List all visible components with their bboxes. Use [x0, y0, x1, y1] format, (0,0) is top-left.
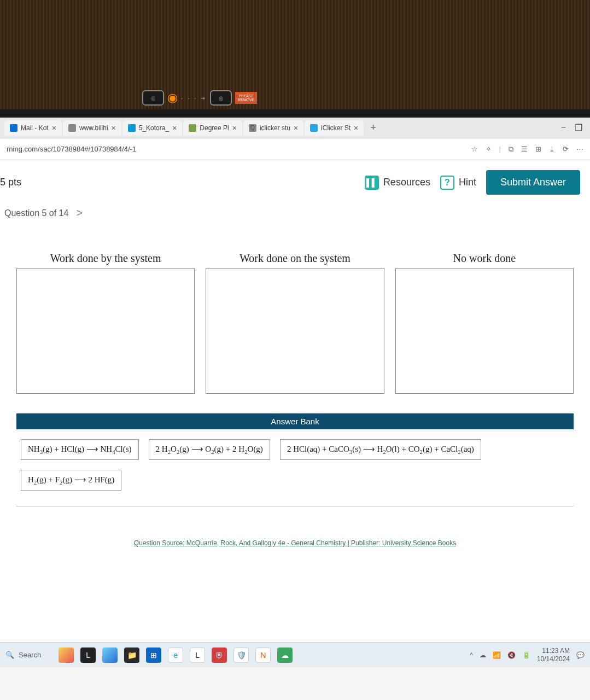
tab-label: iClicker St — [321, 124, 351, 132]
minimize-icon[interactable]: − — [561, 122, 566, 133]
drop-box-no-work[interactable] — [395, 268, 574, 394]
question-number-label: Question 5 of 14 — [4, 208, 68, 218]
windows-taskbar: 🔍 Search L 📁 ⊞ e L ⛨ 🛡️ N ☁ ^ ☁ 📶 🔇 🔋 11… — [0, 642, 590, 667]
drop-box-by-system[interactable] — [16, 268, 195, 394]
drop-title-by-system: Work done by the system — [50, 252, 161, 265]
hint-icon: ? — [440, 176, 454, 190]
browser-tab[interactable]: Q iclicker stu × — [243, 120, 303, 136]
drop-title-on-system: Work done on the system — [239, 252, 351, 265]
taskbar-search[interactable]: 🔍 Search — [5, 651, 41, 659]
drop-box-on-system[interactable] — [206, 268, 384, 394]
chevron-right-icon[interactable]: > — [76, 207, 83, 219]
drop-title-no-work: No work done — [453, 252, 516, 265]
notification-icon[interactable]: 💬 — [576, 651, 585, 659]
file-explorer-icon[interactable]: 📁 — [124, 648, 139, 663]
date-label: 10/14/2024 — [537, 655, 570, 663]
wifi-icon[interactable]: 📶 — [493, 651, 501, 659]
url-text[interactable]: rning.com/sac/10738984#/10738984/4/-1 — [7, 145, 136, 153]
reaction-chip[interactable]: 2 HCl(aq) + CaCO3(s) ⟶ H2O(l) + CO2(g) +… — [280, 439, 481, 460]
close-icon[interactable]: × — [294, 124, 298, 132]
reaction-chip[interactable]: H2(g) + F2(g) ⟶ 2 HF(g) — [21, 470, 121, 491]
close-icon[interactable]: × — [232, 124, 237, 132]
battery-icon[interactable]: 🔋 — [522, 651, 530, 659]
question-source-link[interactable]: Question Source: McQuarrie, Rock, And Ga… — [16, 539, 574, 549]
submit-answer-button[interactable]: Submit Answer — [486, 170, 580, 195]
split-icon[interactable]: ⧉ — [509, 145, 513, 154]
app-icon[interactable]: N — [255, 648, 271, 663]
app-icon[interactable]: L — [190, 648, 205, 663]
tab-label: Degree Pl — [200, 124, 229, 132]
collections-icon[interactable]: ⊞ — [535, 145, 541, 153]
points-label: 5 pts — [0, 177, 21, 188]
resources-icon: ▌▌ — [365, 176, 379, 190]
screen-frame: Mail - Kot × www.billhi × 5_Kotora_ × De… — [0, 109, 590, 667]
browser-tab[interactable]: Mail - Kot × — [4, 120, 62, 136]
browser-tab-strip: Mail - Kot × www.billhi × 5_Kotora_ × De… — [0, 118, 590, 138]
chevron-up-icon[interactable]: ^ — [470, 651, 473, 659]
drop-zones: Work done by the system Work done on the… — [16, 252, 574, 394]
search-icon: 🔍 — [5, 651, 14, 659]
time-label: 11:23 AM — [537, 647, 570, 655]
restore-icon[interactable]: ❐ — [575, 122, 582, 133]
clock[interactable]: 11:23 AM 10/14/2024 — [537, 647, 570, 663]
browser-tab[interactable]: www.billhi × — [63, 120, 121, 136]
app-icon[interactable]: ☁ — [277, 648, 293, 663]
volume-icon[interactable]: 🔇 — [507, 651, 516, 659]
edge-icon[interactable]: e — [168, 648, 183, 663]
downloads-icon[interactable]: ⤓ — [549, 145, 555, 153]
app-icon[interactable]: 🛡️ — [233, 648, 249, 663]
shield-icon[interactable]: ⛨ — [212, 648, 227, 663]
camera-icon: ◎ — [142, 90, 164, 106]
question-body: Work done by the system Work done on the… — [0, 230, 590, 549]
reaction-chip[interactable]: NH3(g) + HCl(g) ⟶ NH4Cl(s) — [21, 439, 139, 460]
camera-icon: ◎ — [210, 90, 232, 106]
taskbar-apps: L 📁 ⊞ e L ⛨ 🛡️ N ☁ — [59, 648, 293, 663]
camera-overlay: ◎ ◉ - - - ➔ ◎ PLEASE REMOVE — [142, 90, 257, 106]
answer-bank: NH3(g) + HCl(g) ⟶ NH4Cl(s) 2 H2O2(g) ⟶ O… — [16, 429, 574, 506]
question-nav: Question 5 of 14 > — [0, 200, 590, 230]
address-bar: rning.com/sac/10738984#/10738984/4/-1 ☆ … — [0, 138, 590, 160]
close-icon[interactable]: × — [52, 124, 56, 132]
desk-background — [0, 0, 590, 118]
copilot-icon[interactable] — [59, 648, 74, 663]
sync-icon[interactable]: ⟳ — [563, 145, 569, 153]
star-icon[interactable]: ☆ — [471, 145, 478, 153]
tab-label: Mail - Kot — [21, 124, 49, 132]
cloud-icon[interactable]: ☁ — [480, 651, 486, 659]
browser-tab[interactable]: iClicker St × — [305, 120, 364, 136]
browser-tab[interactable]: Degree Pl × — [183, 120, 242, 136]
answer-bank-header: Answer Bank — [16, 413, 574, 429]
search-label: Search — [19, 651, 41, 659]
tab-label: www.billhi — [79, 124, 108, 132]
store-icon[interactable]: ⊞ — [146, 648, 161, 663]
tab-label: iclicker stu — [260, 124, 290, 132]
hint-label: Hint — [459, 177, 476, 188]
resources-button[interactable]: ▌▌ Resources — [365, 176, 430, 190]
new-tab-button[interactable]: + — [365, 122, 382, 133]
more-icon[interactable]: ⋯ — [576, 145, 583, 153]
app-icon[interactable]: L — [80, 648, 96, 663]
hint-button[interactable]: ? Hint — [440, 176, 476, 190]
question-toolbar: 5 pts ▌▌ Resources ? Hint Submit Answer — [0, 160, 590, 200]
reading-list-icon[interactable]: ☰ — [521, 145, 528, 153]
system-tray: ^ ☁ 📶 🔇 🔋 11:23 AM 10/14/2024 💬 — [470, 647, 585, 663]
close-icon[interactable]: × — [112, 124, 116, 132]
resources-label: Resources — [383, 177, 430, 188]
tab-label: 5_Kotora_ — [139, 124, 169, 132]
extension-icon[interactable]: ✧ — [486, 145, 492, 153]
remove-label: PLEASE REMOVE — [235, 92, 257, 104]
close-icon[interactable]: × — [172, 124, 177, 132]
reaction-chip[interactable]: 2 H2O2(g) ⟶ O2(g) + 2 H2O(g) — [149, 439, 270, 460]
app-icon[interactable] — [102, 648, 118, 663]
browser-tab[interactable]: 5_Kotora_ × — [122, 120, 183, 136]
close-icon[interactable]: × — [354, 124, 358, 132]
